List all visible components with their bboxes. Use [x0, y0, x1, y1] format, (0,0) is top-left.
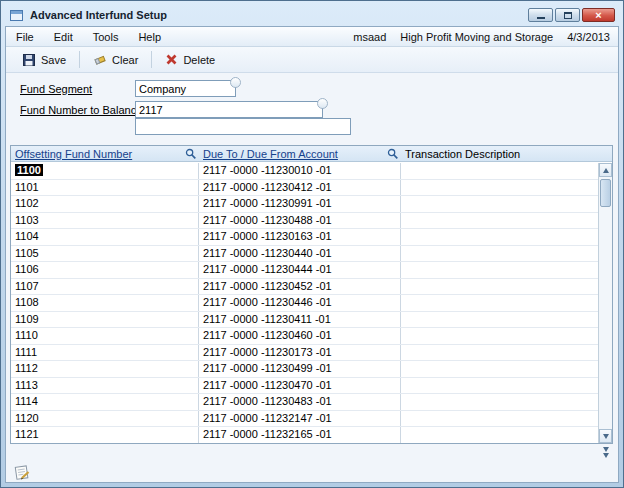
cell-due-account[interactable]: 2117 -0000 -11230173 -01	[199, 345, 401, 361]
cell-transaction-description[interactable]	[401, 411, 598, 427]
cell-due-account[interactable]: 2117 -0000 -11230470 -01	[199, 378, 401, 394]
table-row[interactable]: 1108 2117 -0000 -11230446 -01	[11, 295, 598, 312]
minimize-button[interactable]	[528, 8, 553, 22]
delete-button[interactable]: Delete	[157, 50, 223, 69]
header-offsetting-label[interactable]: Offsetting Fund Number	[15, 148, 132, 160]
delete-x-icon	[165, 53, 178, 66]
cell-due-account[interactable]: 2117 -0000 -11230411 -01	[199, 312, 401, 328]
table-row[interactable]: 1102 2117 -0000 -11230991 -01	[11, 196, 598, 213]
table-row[interactable]: 1112 2117 -0000 -11230499 -01	[11, 361, 598, 378]
table-row[interactable]: 1121 2117 -0000 -11232165 -01	[11, 427, 598, 443]
fund-description-field[interactable]	[135, 118, 351, 135]
cell-transaction-description[interactable]	[401, 345, 598, 361]
cell-due-account[interactable]: 2117 -0000 -11230452 -01	[199, 279, 401, 295]
header-offsetting-fund-number[interactable]: Offsetting Fund Number	[11, 146, 199, 161]
cell-offsetting-fund-number[interactable]: 1101	[11, 180, 199, 196]
cell-due-account[interactable]: 2117 -0000 -11230446 -01	[199, 295, 401, 311]
cell-offsetting-fund-number[interactable]: 1104	[11, 229, 199, 245]
table-row[interactable]: 1114 2117 -0000 -11230483 -01	[11, 394, 598, 411]
header-due-label[interactable]: Due To / Due From Account	[203, 148, 338, 160]
cell-offsetting-fund-number[interactable]: 1105	[11, 246, 199, 262]
cell-transaction-description[interactable]	[401, 262, 598, 278]
table-row[interactable]: 1111 2117 -0000 -11230173 -01	[11, 345, 598, 362]
fund-segment-label[interactable]: Fund Segment	[20, 83, 92, 95]
maximize-button[interactable]	[555, 8, 580, 22]
cell-offsetting-fund-number[interactable]: 1107	[11, 279, 199, 295]
cell-transaction-description[interactable]	[401, 196, 598, 212]
table-row[interactable]: 1113 2117 -0000 -11230470 -01	[11, 378, 598, 395]
close-button[interactable]: ×	[582, 8, 615, 22]
cell-offsetting-fund-number[interactable]: 1100	[11, 163, 199, 179]
cell-due-account[interactable]: 2117 -0000 -11230460 -01	[199, 328, 401, 344]
clear-button[interactable]: Clear	[85, 50, 146, 70]
table-row[interactable]: 1106 2117 -0000 -11230444 -01	[11, 262, 598, 279]
fund-segment-field[interactable]	[135, 80, 236, 97]
cell-transaction-description[interactable]	[401, 163, 598, 179]
cell-offsetting-fund-number[interactable]: 1110	[11, 328, 199, 344]
cell-offsetting-fund-number[interactable]: 1109	[11, 312, 199, 328]
menu-tools[interactable]: Tools	[83, 29, 129, 45]
table-row[interactable]: 1107 2117 -0000 -11230452 -01	[11, 279, 598, 296]
interfund-grid: Offsetting Fund Number Due To / Due From…	[10, 145, 613, 444]
table-row[interactable]: 1101 2117 -0000 -11230412 -01	[11, 180, 598, 197]
field-expansion-icon[interactable]	[230, 77, 241, 88]
cell-offsetting-fund-number[interactable]: 1106	[11, 262, 199, 278]
vertical-scrollbar[interactable]	[598, 163, 612, 443]
lookup-magnifier-icon[interactable]	[185, 148, 197, 160]
cell-offsetting-fund-number[interactable]: 1102	[11, 196, 199, 212]
scroll-up-button[interactable]	[599, 163, 612, 177]
scroll-down-button[interactable]	[599, 429, 612, 443]
table-row[interactable]: 1105 2117 -0000 -11230440 -01	[11, 246, 598, 263]
field-expansion-icon[interactable]	[317, 98, 328, 109]
cell-transaction-description[interactable]	[401, 427, 598, 443]
scrollbar-thumb[interactable]	[600, 179, 611, 207]
cell-transaction-description[interactable]	[401, 295, 598, 311]
cell-offsetting-fund-number[interactable]: 1120	[11, 411, 199, 427]
cell-transaction-description[interactable]	[401, 213, 598, 229]
cell-transaction-description[interactable]	[401, 378, 598, 394]
menu-help[interactable]: Help	[128, 29, 171, 45]
cell-offsetting-fund-number[interactable]: 1103	[11, 213, 199, 229]
cell-due-account[interactable]: 2117 -0000 -11230499 -01	[199, 361, 401, 377]
cell-offsetting-fund-number[interactable]: 1112	[11, 361, 199, 377]
menu-file[interactable]: File	[6, 29, 44, 45]
cell-due-account[interactable]: 2117 -0000 -11230488 -01	[199, 213, 401, 229]
table-row[interactable]: 1104 2117 -0000 -11230163 -01	[11, 229, 598, 246]
header-due-account[interactable]: Due To / Due From Account	[199, 146, 401, 161]
cell-offsetting-fund-number[interactable]: 1111	[11, 345, 199, 361]
cell-due-account[interactable]: 2117 -0000 -11230163 -01	[199, 229, 401, 245]
cell-transaction-description[interactable]	[401, 229, 598, 245]
table-row[interactable]: 1110 2117 -0000 -11230460 -01	[11, 328, 598, 345]
menu-edit[interactable]: Edit	[44, 29, 83, 45]
cell-due-account[interactable]: 2117 -0000 -11230444 -01	[199, 262, 401, 278]
cell-due-account[interactable]: 2117 -0000 -11230010 -01	[199, 163, 401, 179]
delete-label: Delete	[183, 54, 215, 66]
scroll-page-down-icon[interactable]	[599, 446, 613, 459]
cell-due-account[interactable]: 2117 -0000 -11232165 -01	[199, 427, 401, 443]
cell-offsetting-fund-number[interactable]: 1121	[11, 427, 199, 443]
fund-number-field[interactable]	[135, 101, 323, 118]
fund-number-to-balance-label[interactable]: Fund Number to Balance	[20, 104, 142, 116]
cell-due-account[interactable]: 2117 -0000 -11230440 -01	[199, 246, 401, 262]
table-row[interactable]: 1120 2117 -0000 -11232147 -01	[11, 411, 598, 428]
table-row[interactable]: 1109 2117 -0000 -11230411 -01	[11, 312, 598, 329]
cell-transaction-description[interactable]	[401, 246, 598, 262]
lookup-magnifier-icon[interactable]	[387, 148, 399, 160]
cell-transaction-description[interactable]	[401, 279, 598, 295]
table-row[interactable]: 1103 2117 -0000 -11230488 -01	[11, 213, 598, 230]
save-button[interactable]: Save	[14, 50, 74, 70]
cell-offsetting-fund-number[interactable]: 1108	[11, 295, 199, 311]
cell-offsetting-fund-number[interactable]: 1114	[11, 394, 199, 410]
cell-transaction-description[interactable]	[401, 328, 598, 344]
cell-transaction-description[interactable]	[401, 361, 598, 377]
cell-due-account[interactable]: 2117 -0000 -11230412 -01	[199, 180, 401, 196]
note-attachment-icon[interactable]	[13, 463, 31, 481]
cell-transaction-description[interactable]	[401, 180, 598, 196]
cell-due-account[interactable]: 2117 -0000 -11230991 -01	[199, 196, 401, 212]
table-row-selected[interactable]: 1100 2117 -0000 -11230010 -01	[11, 163, 598, 180]
cell-due-account[interactable]: 2117 -0000 -11230483 -01	[199, 394, 401, 410]
cell-transaction-description[interactable]	[401, 312, 598, 328]
cell-transaction-description[interactable]	[401, 394, 598, 410]
cell-due-account[interactable]: 2117 -0000 -11232147 -01	[199, 411, 401, 427]
cell-offsetting-fund-number[interactable]: 1113	[11, 378, 199, 394]
